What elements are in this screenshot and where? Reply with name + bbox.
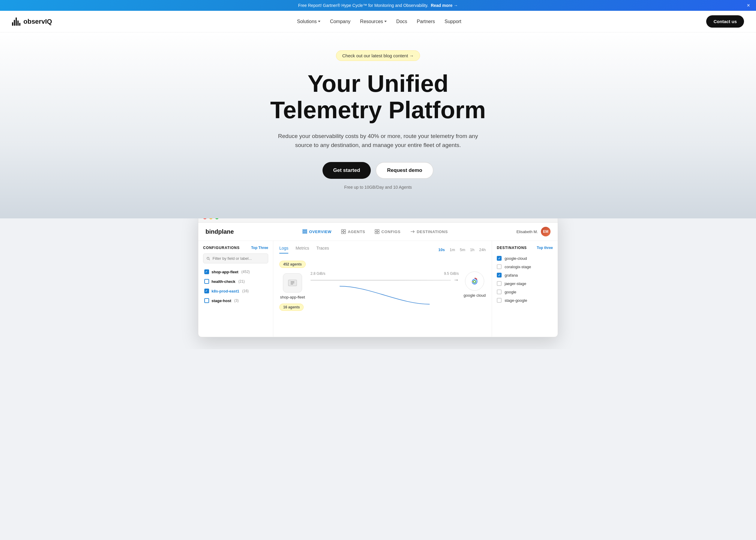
tab-traces[interactable]: Traces — [316, 246, 329, 253]
hero-cta-group: Get started Request demo — [6, 162, 750, 179]
tab-logs[interactable]: Logs — [279, 246, 288, 253]
config-checkbox-k8s[interactable]: ✓ — [204, 289, 209, 293]
user-avatar: EM — [541, 227, 551, 236]
flow-node-shop-app: 452 agents shop-app-fleet — [279, 261, 306, 299]
bindplane-app: bindplane OVERVIEW — [198, 222, 558, 337]
contact-us-button[interactable]: Contact us — [706, 15, 744, 28]
nav-item-resources[interactable]: Resources — [360, 19, 386, 24]
time-24h[interactable]: 24h — [479, 247, 486, 252]
nav-item-support[interactable]: Support — [444, 19, 461, 24]
bp-body: CONFIGURATIONS Top Three ✓ — [198, 241, 558, 337]
configs-icon — [375, 229, 380, 234]
flow-arrow-area: 2.8 GiB/s 9.5 GiB/s → — [311, 261, 459, 301]
flow-track-bar — [311, 280, 451, 281]
flow-arrow-icon: → — [453, 277, 459, 283]
config-count-2: (21) — [238, 279, 244, 284]
google-cloud-icon-wrapper — [465, 272, 484, 291]
support-link[interactable]: Support — [444, 19, 461, 24]
node-label-1: shop-app-fleet — [280, 295, 305, 299]
banner-text: Free Report! Gartner® Hype Cycle™ for Mo… — [298, 3, 429, 8]
solutions-link[interactable]: Solutions — [297, 19, 320, 24]
time-10s[interactable]: 10s — [438, 247, 445, 252]
bp-header: bindplane OVERVIEW — [198, 222, 558, 241]
dest-checkbox-stage-google[interactable] — [497, 298, 502, 303]
overview-icon — [303, 229, 307, 234]
dest-checkbox-google[interactable] — [497, 290, 502, 294]
dest-item-google[interactable]: google — [497, 288, 553, 296]
logo-bar-1 — [12, 22, 13, 26]
logo-text: observIQ — [23, 18, 52, 26]
config-item-shop-app-fleet[interactable]: ✓ shop-app-fleet (452) — [203, 267, 268, 277]
company-link[interactable]: Company — [330, 19, 350, 24]
tab-metrics[interactable]: Metrics — [296, 246, 309, 253]
docs-link[interactable]: Docs — [396, 19, 407, 24]
dest-name-grafana: grafana — [505, 273, 518, 278]
hero-subtitle: Reduce your observability costs by 40% o… — [276, 132, 480, 150]
app-window: bindplane OVERVIEW — [198, 212, 558, 337]
bp-nav-configs[interactable]: CONFIGS — [375, 229, 401, 234]
config-checkbox-stage[interactable] — [204, 298, 209, 303]
sidebar-header: CONFIGURATIONS Top Three — [203, 246, 268, 250]
partners-link[interactable]: Partners — [417, 19, 435, 24]
main-nav: observIQ Solutions Company Resources Doc… — [0, 11, 756, 32]
destinations-title: DESTINATIONS — [497, 246, 527, 250]
svg-rect-8 — [377, 229, 379, 231]
request-demo-button[interactable]: Request demo — [376, 162, 434, 179]
config-checkbox-health[interactable] — [204, 279, 209, 284]
dest-name-jaeger: jaeger-stage — [505, 281, 526, 286]
time-1m[interactable]: 1m — [450, 247, 455, 252]
resources-link[interactable]: Resources — [360, 19, 386, 24]
hero-section: Check out our latest blog content → Your… — [0, 32, 756, 218]
banner-cta[interactable]: Read more → — [431, 3, 458, 8]
svg-rect-3 — [341, 229, 343, 231]
dest-item-stage-google[interactable]: stage-google — [497, 296, 553, 305]
dest-checkbox-google-cloud[interactable]: ✓ — [497, 256, 502, 261]
time-1h[interactable]: 1h — [470, 247, 474, 252]
bp-nav-destinations[interactable]: DESTINATIONS — [410, 229, 448, 234]
app-preview-container: bindplane OVERVIEW — [0, 212, 756, 349]
nav-item-partners[interactable]: Partners — [417, 19, 435, 24]
svg-rect-2 — [303, 232, 307, 233]
dest-name-google: google — [505, 290, 516, 294]
dest-checkbox-jaeger[interactable] — [497, 281, 502, 286]
bp-nav-overview[interactable]: OVERVIEW — [303, 229, 331, 234]
banner-close-button[interactable]: × — [747, 2, 750, 9]
sidebar-search-input[interactable] — [213, 256, 265, 261]
dest-name-google-cloud: google-cloud — [505, 256, 527, 261]
search-icon — [206, 256, 210, 261]
throughput-in: 2.8 GiB/s — [311, 272, 325, 276]
logo-link[interactable]: observIQ — [12, 17, 52, 26]
time-5m[interactable]: 5m — [460, 247, 465, 252]
dest-checkbox-grafana[interactable]: ✓ — [497, 273, 502, 278]
config-item-stage-host[interactable]: stage-host (3) — [203, 296, 268, 305]
logo-icon — [12, 17, 20, 26]
bp-main-content: Logs Metrics Traces 10s 1m 5m 1h 24h — [273, 241, 492, 337]
sidebar-search-box[interactable] — [203, 253, 268, 263]
flow-track-row: → — [311, 277, 459, 283]
dest-checkbox-coralogix[interactable] — [497, 264, 502, 269]
svg-rect-9 — [375, 232, 377, 234]
dest-item-grafana[interactable]: ✓ grafana — [497, 271, 553, 279]
nav-links: Solutions Company Resources Docs Partner… — [297, 19, 461, 24]
nav-item-company[interactable]: Company — [330, 19, 350, 24]
solutions-chevron-icon — [318, 21, 320, 22]
dest-item-google-cloud[interactable]: ✓ google-cloud — [497, 254, 553, 262]
nav-item-solutions[interactable]: Solutions — [297, 19, 320, 24]
config-item-k8s[interactable]: ✓ k8s-prod-east1 (16) — [203, 286, 268, 296]
blog-badge-button[interactable]: Check out our latest blog content → — [336, 51, 420, 61]
flow-curve-svg — [311, 283, 459, 307]
config-item-health-check[interactable]: health-check (21) — [203, 277, 268, 286]
get-started-button[interactable]: Get started — [322, 162, 371, 179]
flow-node-second: 16 agents — [279, 304, 304, 314]
svg-rect-1 — [303, 231, 307, 232]
nav-item-docs[interactable]: Docs — [396, 19, 407, 24]
bp-nav-agents[interactable]: AGENTS — [341, 229, 365, 234]
throughput-labels: 2.8 GiB/s 9.5 GiB/s — [311, 272, 459, 276]
config-checkbox-shop-app[interactable]: ✓ — [204, 269, 209, 274]
bp-left-sidebar: CONFIGURATIONS Top Three ✓ — [198, 241, 273, 337]
logo-bar-4 — [17, 20, 19, 26]
logo-bar-2 — [14, 20, 15, 26]
flow-node-google-cloud: google cloud — [463, 261, 486, 298]
dest-item-coralogix[interactable]: coralogix-stage — [497, 262, 553, 271]
dest-item-jaeger[interactable]: jaeger-stage — [497, 279, 553, 288]
